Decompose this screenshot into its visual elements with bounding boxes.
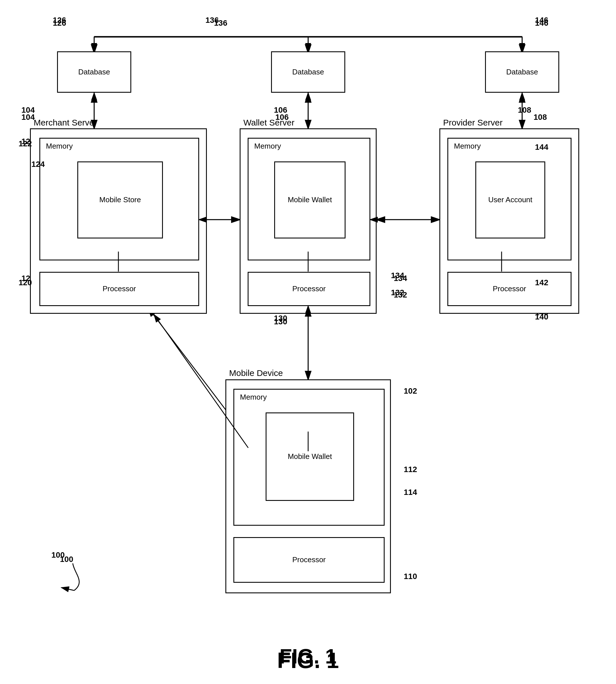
database-center-box: Database (271, 51, 345, 93)
ref-112-text: 112 (404, 465, 417, 474)
wallet-server-mobile-wallet-label: Mobile Wallet (288, 195, 332, 205)
mobile-store-label: Mobile Store (99, 195, 141, 205)
database-right-box: Database (485, 51, 559, 93)
merchant-memory-box: Memory Mobile Store (39, 138, 199, 260)
ref-132-text: 132 (394, 290, 407, 299)
wallet-memory-box: Memory Mobile Wallet (248, 138, 370, 260)
provider-memory-box: Memory User Account (447, 138, 571, 260)
user-account-label: User Account (488, 195, 532, 205)
ref-142-text: 142 (535, 278, 548, 287)
database-left-box: Database (57, 51, 131, 93)
database-center-label: Database (292, 67, 324, 77)
mobile-memory-label: Memory (240, 392, 267, 402)
database-left-label: Database (78, 67, 110, 77)
ref-146-text: 146 (535, 19, 548, 28)
ref-122-text: 122 (19, 139, 32, 148)
merchant-processor-box: Processor (39, 272, 199, 306)
provider-memory-label: Memory (454, 141, 481, 151)
user-account-box: User Account (475, 161, 545, 238)
ref-114-text: 114 (404, 488, 417, 497)
provider-server-box: Provider Server Memory User Account Proc… (439, 128, 579, 314)
wallet-processor-label: Processor (292, 284, 326, 294)
ref-134-text: 134 (394, 274, 407, 283)
merchant-memory-label: Memory (46, 141, 73, 151)
ref-104-text: 104 (21, 113, 35, 122)
ref-120-text: 120 (19, 278, 32, 287)
wallet-processor-box: Processor (248, 272, 370, 306)
ref-144-text: 144 (535, 143, 548, 152)
merchant-server-title: Merchant Server (34, 118, 97, 128)
mobile-wallet-box: Mobile Wallet (266, 412, 354, 501)
mobile-processor-box: Processor (234, 537, 384, 583)
ref-106-text: 106 (275, 113, 289, 122)
ref-108-text: 108 (533, 113, 547, 122)
provider-processor-box: Processor (447, 272, 571, 306)
ref-110-text: 110 (404, 572, 417, 581)
ref-126-text: 126 (53, 19, 66, 28)
ref-100-text: 100 (60, 555, 73, 564)
wallet-server-box: Wallet Server Memory Mobile Wallet Proce… (240, 128, 377, 314)
ref-140-text: 140 (535, 312, 548, 321)
database-right-label: Database (506, 67, 538, 77)
wallet-server-mobile-wallet-box: Mobile Wallet (274, 161, 346, 238)
svg-line-32 (61, 588, 74, 590)
fig-label: FIG. 1 (277, 647, 339, 674)
ref-130-text: 130 (274, 317, 287, 326)
ref-102-text: 102 (404, 387, 417, 396)
mobile-store-box: Mobile Store (77, 161, 163, 238)
ref-136-text: 136 (214, 19, 227, 28)
ref-124-text: 124 (31, 160, 45, 169)
mobile-processor-label: Processor (292, 555, 326, 565)
provider-processor-label: Processor (493, 284, 526, 294)
mobile-device-title: Mobile Device (229, 368, 283, 378)
diagram-container: 126 136 146 104 106 108 122 124 120 134 … (0, 0, 616, 684)
mobile-memory-box: Memory Mobile Wallet (234, 389, 384, 526)
merchant-server-box: Merchant Server Memory Mobile Store Proc… (30, 128, 207, 314)
ref-108: 108 (518, 106, 531, 115)
mobile-device-box: Mobile Device Memory Mobile Wallet Proce… (225, 379, 391, 593)
merchant-processor-label: Processor (103, 284, 136, 294)
wallet-memory-label: Memory (254, 141, 281, 151)
mobile-wallet-label: Mobile Wallet (288, 452, 332, 461)
provider-server-title: Provider Server (443, 118, 502, 128)
